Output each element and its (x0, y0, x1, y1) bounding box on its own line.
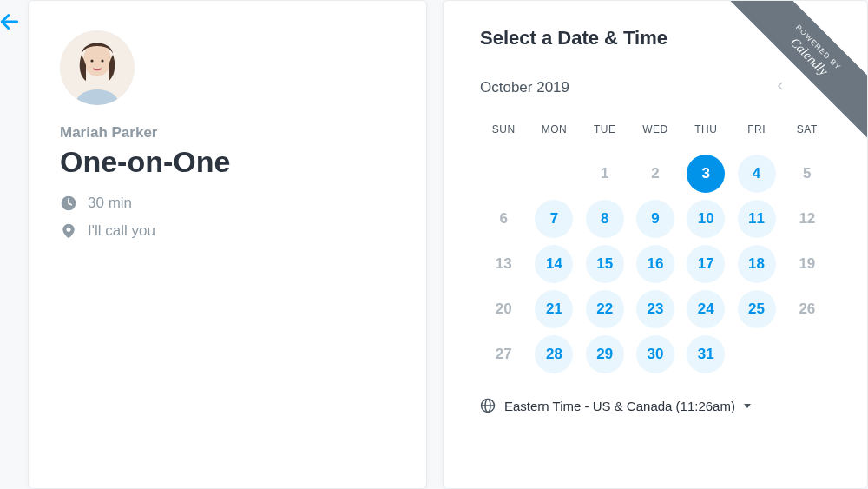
globe-icon (480, 398, 496, 413)
day-available[interactable]: 28 (535, 335, 573, 373)
day-available[interactable]: 10 (687, 200, 725, 238)
svg-point-2 (83, 43, 111, 76)
next-month-button[interactable] (810, 76, 831, 99)
day-cell: 9 (632, 196, 679, 241)
day-cell: 8 (582, 196, 628, 241)
day-available[interactable]: 4 (738, 155, 776, 193)
day-cell: 29 (582, 332, 628, 377)
day-cell: 24 (682, 287, 729, 332)
day-available[interactable]: 29 (586, 335, 624, 373)
day-cell: 12 (784, 196, 831, 241)
dow-header: MON (530, 118, 577, 151)
day-available[interactable]: 8 (586, 200, 624, 238)
day-available[interactable]: 21 (535, 290, 573, 328)
dow-header: SAT (784, 118, 831, 151)
day-cell: 1 (582, 151, 628, 196)
day-available[interactable]: 18 (738, 245, 776, 283)
day-unavailable: 26 (788, 290, 826, 328)
day-cell: 30 (632, 332, 679, 377)
day-cell: 10 (682, 196, 729, 241)
clock-icon (60, 195, 77, 212)
day-cell: 3 (682, 151, 729, 196)
day-cell: 18 (733, 241, 779, 287)
duration-row: 30 min (60, 195, 395, 212)
day-available[interactable]: 11 (738, 200, 776, 238)
day-cell: 14 (530, 241, 577, 287)
day-cell (480, 151, 527, 196)
timezone-selector[interactable]: Eastern Time - US & Canada (11:26am) (480, 398, 831, 413)
brand-label: Calendly (730, 1, 867, 135)
day-cell: 26 (784, 287, 831, 332)
day-cell (530, 151, 577, 196)
location-row: I'll call you (60, 222, 395, 240)
day-unavailable: 6 (484, 200, 523, 238)
dow-header: WED (632, 118, 679, 151)
day-available[interactable]: 23 (636, 290, 674, 328)
day-cell: 28 (530, 332, 577, 377)
day-unavailable: 27 (484, 335, 523, 373)
chevron-right-icon (813, 79, 827, 93)
day-unavailable: 1 (586, 155, 624, 193)
dow-header: FRI (733, 118, 779, 151)
day-unavailable: 5 (788, 155, 826, 193)
day-available[interactable]: 16 (636, 245, 674, 283)
day-available[interactable]: 22 (586, 290, 624, 328)
day-cell: 17 (682, 241, 729, 287)
day-available[interactable]: 24 (687, 290, 725, 328)
event-details-panel: Mariah Parker One-on-One 30 min I'll cal… (28, 0, 427, 489)
day-available[interactable]: 31 (687, 335, 725, 373)
month-label: October 2019 (480, 79, 569, 96)
avatar (60, 30, 135, 105)
date-picker-panel: POWERED BY Calendly Select a Date & Time… (443, 0, 868, 489)
day-unavailable: 20 (484, 290, 523, 328)
day-cell: 4 (733, 151, 779, 196)
picker-heading: Select a Date & Time (480, 27, 831, 50)
day-cell: 31 (682, 332, 729, 377)
day-cell: 21 (530, 287, 577, 332)
back-icon[interactable] (0, 9, 23, 41)
dow-header: THU (682, 118, 729, 151)
day-cell: 5 (784, 151, 831, 196)
duration-label: 30 min (88, 195, 132, 212)
day-available[interactable]: 17 (687, 245, 725, 283)
day-cell: 19 (784, 241, 831, 287)
chevron-left-icon (773, 79, 787, 93)
caret-down-icon (744, 404, 751, 408)
day-cell (733, 332, 779, 377)
day-available[interactable]: 25 (738, 290, 776, 328)
day-cell (784, 332, 831, 377)
location-label: I'll call you (88, 222, 155, 240)
svg-point-3 (90, 59, 93, 62)
day-cell: 22 (582, 287, 628, 332)
day-cell: 25 (733, 287, 779, 332)
event-title: One-on-One (60, 145, 395, 179)
host-name: Mariah Parker (60, 124, 395, 142)
day-available[interactable]: 9 (636, 200, 674, 238)
day-unavailable: 2 (636, 155, 674, 193)
day-cell: 23 (632, 287, 679, 332)
svg-point-6 (67, 228, 71, 232)
powered-by-label: POWERED BY (742, 1, 867, 124)
svg-point-4 (101, 59, 103, 62)
calendar-grid: SUNMONTUEWEDTHUFRISAT1234567891011121314… (480, 118, 831, 377)
dow-header: TUE (582, 118, 628, 151)
day-cell: 20 (480, 287, 527, 332)
day-available[interactable]: 7 (535, 200, 573, 238)
day-available[interactable]: 14 (535, 245, 573, 283)
day-cell: 2 (632, 151, 679, 196)
timezone-label: Eastern Time - US & Canada (11:26am) (504, 399, 735, 413)
day-cell: 27 (480, 332, 527, 377)
dow-header: SUN (480, 118, 527, 151)
day-cell: 11 (733, 196, 779, 241)
day-cell: 16 (632, 241, 679, 287)
day-cell: 7 (530, 196, 577, 241)
today-indicator (704, 187, 708, 191)
day-unavailable: 13 (484, 245, 523, 283)
location-pin-icon (60, 222, 77, 240)
prev-month-button[interactable] (770, 76, 791, 99)
day-unavailable: 19 (788, 245, 826, 283)
day-available[interactable]: 15 (586, 245, 624, 283)
day-cell: 15 (582, 241, 628, 287)
day-unavailable: 12 (788, 200, 826, 238)
day-available[interactable]: 30 (636, 335, 674, 373)
